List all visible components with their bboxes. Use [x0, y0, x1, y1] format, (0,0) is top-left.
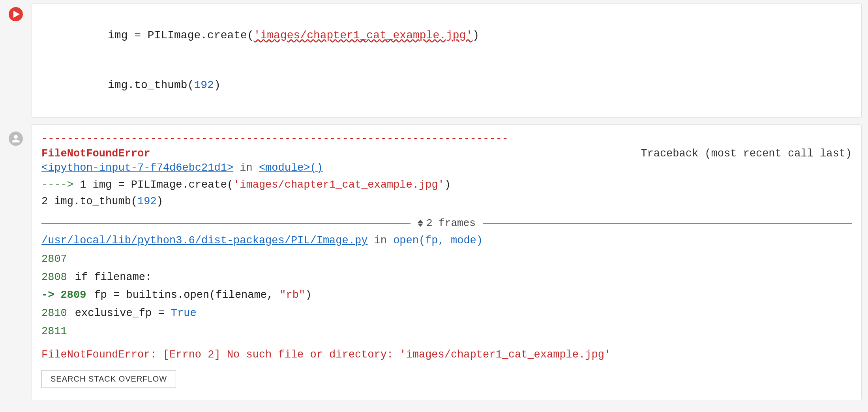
code-thumb: img.to_thumb(: [108, 79, 194, 91]
open-func-text: open(fp, mode): [393, 235, 483, 246]
code-input: img = PILImage.create('images/chapter1_c…: [32, 4, 861, 118]
line2-text: 2 img.to_thumb(: [41, 196, 137, 207]
line-row-2810: 2810 exclusive_fp = True: [41, 305, 852, 323]
code-line-1: img = PILImage.create('images/chapter1_c…: [41, 11, 852, 60]
arrow-prefix: ---->: [41, 179, 80, 191]
notebook-container: img = PILImage.create('images/chapter1_c…: [0, 0, 868, 412]
user-avatar: [9, 132, 23, 146]
arrow-linenum: 1 img = PILImage.create(: [80, 179, 233, 191]
search-stackoverflow-button[interactable]: SEARCH STACK OVERFLOW: [41, 370, 176, 388]
arrow-string: 'images/chapter1_cat_example.jpg': [233, 179, 444, 191]
line-code-2810: exclusive_fp = True: [75, 305, 197, 323]
line-code-2809: fp = builtins.open(filename, "rb"): [94, 286, 311, 305]
output-area: ----------------------------------------…: [32, 125, 861, 400]
frames-line-right: [483, 223, 852, 224]
line-num-2811: 2811: [41, 323, 75, 341]
code-thumb-close: ): [214, 79, 221, 91]
run-icon: [13, 11, 20, 18]
line-row-2811: 2811: [41, 323, 852, 341]
frames-divider: 2 frames: [41, 217, 852, 229]
line-row-2809: -> 2809 fp = builtins.open(filename, "rb…: [41, 286, 852, 305]
module-link[interactable]: <module>(): [259, 162, 323, 174]
output-cell-wrapper: ----------------------------------------…: [0, 121, 868, 403]
line-code-2808: if filename:: [75, 269, 152, 287]
line2-num: 192: [137, 196, 157, 207]
file-link-row: <ipython-input-7-f74d6ebc21d1> in <modul…: [41, 162, 852, 174]
run-button[interactable]: [9, 7, 23, 21]
code-text-img: img = PILImage.create(: [108, 29, 254, 41]
traceback-arrow-line: ----> 1 img = PILImage.create('images/ch…: [41, 177, 852, 194]
arrow-close: ): [444, 179, 451, 191]
line-num-2807: 2807: [41, 250, 75, 269]
code-string-path: 'images/chapter1_cat_example.jpg': [254, 29, 473, 41]
line-num-2810: 2810: [41, 305, 75, 323]
code-cell-content: img = PILImage.create('images/chapter1_c…: [32, 3, 862, 118]
frames-line-left: [41, 223, 411, 224]
error-dashes: ----------------------------------------…: [41, 133, 852, 145]
code-paren-close: ): [472, 29, 479, 41]
frames-text: 2 frames: [426, 217, 476, 229]
line2-close: ): [157, 196, 163, 207]
output-cell-content: ----------------------------------------…: [32, 124, 862, 400]
output-gutter: [0, 121, 32, 403]
line-row-2807: 2807: [41, 250, 852, 269]
line-num-2808: 2808: [41, 269, 75, 287]
line-row-2808: 2808 if filename:: [41, 269, 852, 287]
cell-gutter: [0, 0, 32, 121]
triangle-up-icon: [418, 220, 423, 223]
code-lines-block: 2807 2808 if filename: -> 2809 fp = buil…: [41, 250, 852, 341]
code-thumb-num: 192: [194, 79, 214, 91]
error-final-message: FileNotFoundError: [Errno 2] No such fil…: [41, 349, 852, 361]
pil-file-row: /usr/local/lib/python3.6/dist-packages/P…: [41, 235, 852, 246]
frames-arrow-icon: [418, 220, 423, 227]
pil-in-text: in: [367, 235, 393, 246]
in-text: in: [233, 162, 259, 174]
frames-middle: 2 frames: [411, 217, 483, 229]
ipython-file-link[interactable]: <ipython-input-7-f74d6ebc21d1>: [41, 162, 233, 174]
code-line-2: img.to_thumb(192): [41, 60, 852, 110]
code-cell-wrapper: img = PILImage.create('images/chapter1_c…: [0, 0, 868, 121]
triangle-down-icon: [418, 224, 423, 227]
error-type: FileNotFoundError: [41, 148, 150, 160]
error-header-row: FileNotFoundError Traceback (most recent…: [41, 148, 852, 160]
traceback-label: Traceback (most recent call last): [641, 148, 852, 160]
traceback-line-2: 2 img.to_thumb(192): [41, 194, 852, 210]
user-icon: [11, 134, 21, 143]
line-arrow-2809: -> 2809: [41, 286, 94, 305]
pil-file-link[interactable]: /usr/local/lib/python3.6/dist-packages/P…: [41, 235, 367, 246]
